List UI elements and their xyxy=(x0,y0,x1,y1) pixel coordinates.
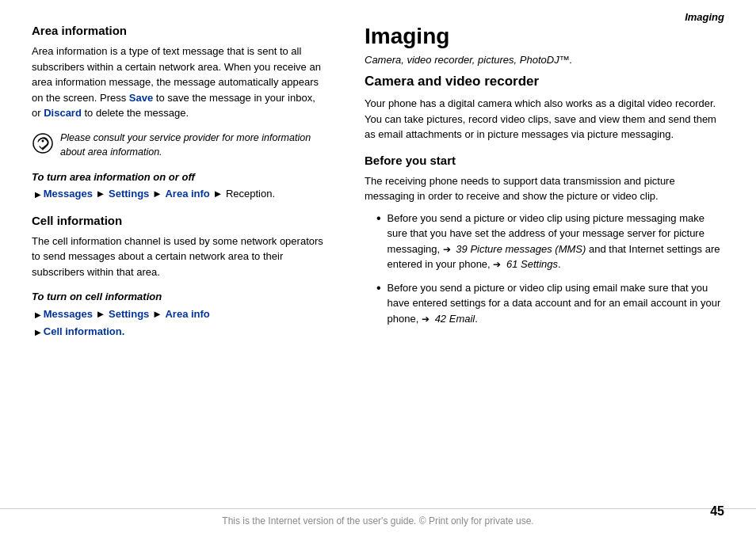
instruction-2-nav-line2: ▶ Cell information. xyxy=(35,323,325,340)
camera-video-body: Your phone has a digital camera which al… xyxy=(365,96,724,143)
page-container: Imaging Area information Area informatio… xyxy=(0,0,756,536)
arrow-ref-2 xyxy=(493,257,501,272)
before-start-body: The receiving phone needs to support dat… xyxy=(365,173,724,204)
left-column: Area information Area information is a t… xyxy=(32,24,349,492)
area-information-title: Area information xyxy=(32,24,325,37)
bullet-1-content: Before you send a picture or video clip … xyxy=(388,211,724,272)
page-number: 45 xyxy=(710,504,724,519)
bullet-dot-1: • xyxy=(376,211,381,227)
camera-video-title: Camera and video recorder xyxy=(365,74,724,89)
footer-text: This is the Internet version of the user… xyxy=(222,515,533,526)
imaging-subtitle: Camera, video recorder, pictures, PhotoD… xyxy=(365,54,724,66)
save-link: Save xyxy=(129,92,153,104)
cell-information-title: Cell information xyxy=(32,214,325,227)
arrow-ref-3 xyxy=(422,311,430,327)
content-area: Area information Area information is a t… xyxy=(0,0,756,508)
note-text: Please consult your service provider for… xyxy=(60,131,325,161)
area-information-body: Area information is a type of text messa… xyxy=(32,44,325,121)
instruction-2-title: To turn on cell information xyxy=(32,291,325,302)
before-start-title: Before you start xyxy=(365,154,724,167)
instruction-2-nav-line1: ▶ Messages ► Settings ► Area info xyxy=(35,306,325,323)
instruction-1-title: To turn area information on or off xyxy=(32,171,325,183)
imaging-title: Imaging xyxy=(365,24,724,49)
bullet-2-content: Before you send a picture or video clip … xyxy=(388,280,724,327)
arrow-ref-1 xyxy=(443,241,451,257)
discard-link: Discard xyxy=(44,107,82,119)
footer: This is the Internet version of the user… xyxy=(0,508,756,536)
right-column: Imaging Camera, video recorder, pictures… xyxy=(349,24,724,492)
bullet-dot-2: • xyxy=(376,280,381,297)
bullet-item-1: • Before you send a picture or video cli… xyxy=(376,211,724,272)
top-right-label: Imaging xyxy=(685,11,724,23)
bullet-list: • Before you send a picture or video cli… xyxy=(372,211,724,327)
svg-point-1 xyxy=(42,139,44,142)
bullet-item-2: • Before you send a picture or video cli… xyxy=(376,280,724,327)
cell-information-body: The cell information channel is used by … xyxy=(32,234,325,280)
note-icon xyxy=(32,132,54,154)
instruction-1-nav: Messages ► Settings ► Area info ► Recept… xyxy=(35,186,325,203)
note-box: Please consult your service provider for… xyxy=(32,131,325,161)
